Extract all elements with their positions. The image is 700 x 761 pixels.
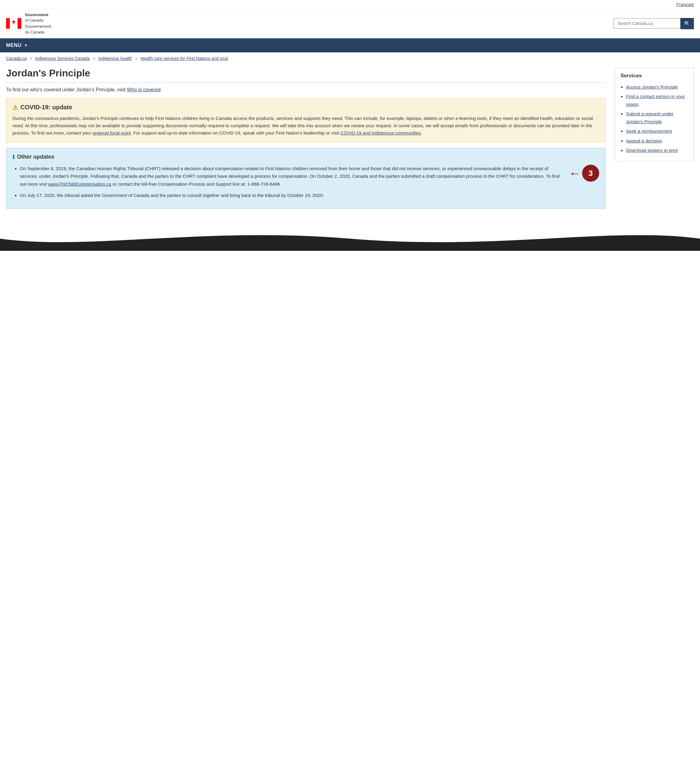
find-contact-link[interactable]: Find a contact person in your region [626, 94, 685, 107]
who-is-covered-link[interactable]: Who is covered [127, 87, 161, 92]
search-button[interactable]: 🔍 [681, 18, 694, 29]
list-item: Access Jordan's Principle [626, 83, 688, 91]
fn-compensation-link[interactable]: www.FNChildCompensation.ca [48, 181, 111, 187]
list-item: On September 6, 2019, the Canadian Human… [20, 165, 599, 188]
breadcrumb-item-canada[interactable]: Canada.ca [6, 56, 27, 61]
list-item: On July 17, 2020, the tribunal asked the… [20, 192, 599, 200]
regional-focal-point-link[interactable]: regional focal point [92, 130, 131, 136]
page-title: Jordan's Principle [6, 67, 606, 79]
breadcrumb-item-health-care[interactable]: Health care services for First Nations a… [141, 56, 228, 61]
menu-button[interactable]: MENU ▼ [6, 38, 28, 52]
seek-reimbursement-link[interactable]: Seek a reimbursement [626, 128, 672, 134]
intro-paragraph: To find out who's covered under Jordan's… [6, 87, 606, 92]
svg-rect-1 [18, 18, 22, 29]
nav-bar: MENU ▼ [0, 38, 700, 52]
logo-area: Governmentof Canada Gouvernementdu Canad… [6, 12, 51, 35]
covid-update-box: ⚠ COVID-19: update During the coronaviru… [6, 98, 606, 142]
title-divider [6, 83, 606, 83]
canada-flag-icon [6, 16, 21, 31]
updates-title: ℹ Other updates [12, 154, 599, 161]
covid-body-text: During the coronavirus pandemic, Jordan'… [12, 115, 599, 137]
government-name-text: Governmentof Canada Gouvernementdu Canad… [25, 12, 51, 35]
covid-indigenous-link[interactable]: COVID-19 and Indigenous communities [340, 130, 421, 136]
content-area: Jordan's Principle To find out who's cov… [6, 67, 606, 214]
list-item: Seek a reimbursement [626, 127, 688, 135]
download-posters-link[interactable]: Download posters to print [626, 148, 678, 153]
access-jordans-principle-link[interactable]: Access Jordan's Principle [626, 84, 678, 89]
list-item: Download posters to print [626, 147, 688, 154]
sidebar-title: Services [620, 73, 688, 79]
warning-icon: ⚠ [12, 104, 18, 111]
updates-list: On September 6, 2019, the Canadian Human… [12, 165, 599, 200]
breadcrumb-item-isc[interactable]: Indigenous Services Canada [35, 56, 90, 61]
sidebar-links-list: Access Jordan's Principle Find a contact… [620, 83, 688, 154]
main-container: Jordan's Principle To find out who's cov… [0, 64, 700, 214]
french-link[interactable]: Français [676, 2, 694, 7]
chevron-down-icon: ▼ [24, 43, 28, 47]
submit-request-link[interactable]: Submit a request under Jordan's Principl… [626, 111, 673, 124]
bottom-wave-decoration [0, 226, 700, 251]
search-area: 🔍 [614, 18, 694, 29]
top-bar: Français [0, 0, 700, 9]
breadcrumb-item-indigenous-health[interactable]: Indigenous health [98, 56, 132, 61]
list-item: Appeal a decision [626, 137, 688, 145]
covid-title: ⚠ COVID-19: update [12, 104, 599, 111]
menu-label: MENU [6, 43, 22, 48]
arrow-icon: ← [569, 167, 581, 179]
search-icon: 🔍 [684, 21, 690, 26]
svg-rect-0 [6, 18, 10, 29]
sidebar: Services Access Jordan's Principle Find … [615, 67, 694, 214]
breadcrumb: Canada.ca > Indigenous Services Canada >… [0, 52, 700, 64]
header: Governmentof Canada Gouvernementdu Canad… [0, 9, 700, 38]
annotation-number: 3 [582, 165, 599, 182]
sidebar-services-box: Services Access Jordan's Principle Find … [615, 67, 694, 161]
list-item: Submit a request under Jordan's Principl… [626, 110, 688, 125]
appeal-decision-link[interactable]: Appeal a decision [626, 138, 662, 143]
list-item: Find a contact person in your region [626, 92, 688, 108]
search-input[interactable] [614, 18, 681, 29]
other-updates-box: ℹ Other updates On September 6, 2019, th… [6, 148, 606, 209]
info-icon: ℹ [12, 154, 15, 161]
